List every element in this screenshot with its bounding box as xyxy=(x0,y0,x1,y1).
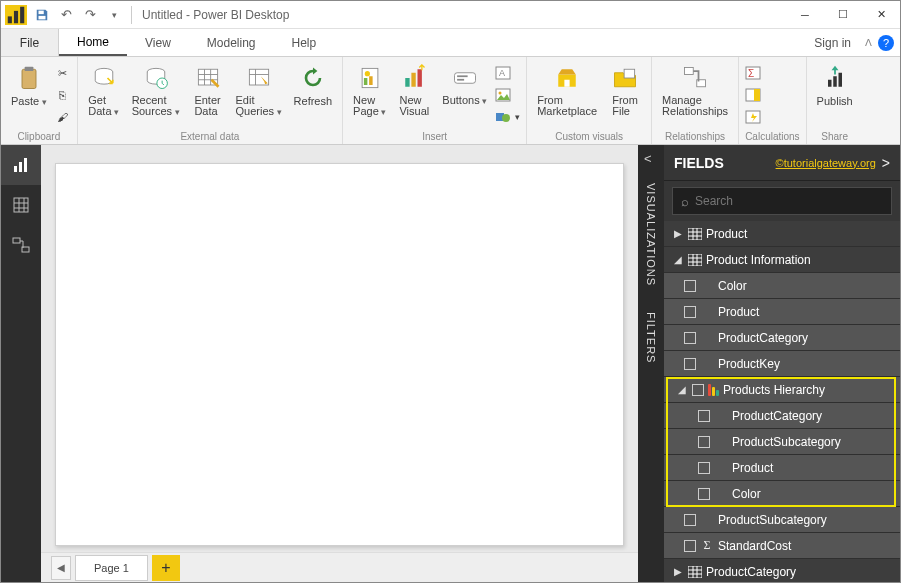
maximize-button[interactable]: ☐ xyxy=(824,2,862,28)
hfield-productsubcategory[interactable]: ProductSubcategory xyxy=(664,429,900,455)
hierarchy-products[interactable]: ◢ Products Hierarchy xyxy=(664,377,900,403)
new-page-button[interactable]: New Page xyxy=(349,61,390,120)
svg-rect-56 xyxy=(688,228,702,240)
manage-relationships-button[interactable]: Manage Relationships xyxy=(658,61,732,119)
tab-home[interactable]: Home xyxy=(59,29,127,56)
new-visual-icon xyxy=(399,63,429,93)
from-marketplace-button[interactable]: From Marketplace xyxy=(533,61,601,119)
tab-modeling[interactable]: Modeling xyxy=(189,29,274,56)
recent-sources-button[interactable]: Recent Sources xyxy=(128,61,184,120)
edit-queries-button[interactable]: Edit Queries xyxy=(232,61,286,120)
refresh-button[interactable]: Refresh xyxy=(290,61,337,109)
checkbox[interactable] xyxy=(698,436,710,448)
field-product[interactable]: Product xyxy=(664,299,900,325)
undo-icon[interactable]: ↶ xyxy=(55,4,77,26)
fields-search[interactable]: ⌕ xyxy=(672,187,892,215)
field-color[interactable]: Color xyxy=(664,273,900,299)
expand-icon[interactable]: ▶ xyxy=(672,228,684,239)
search-icon: ⌕ xyxy=(681,194,689,209)
close-button[interactable]: ✕ xyxy=(862,2,900,28)
search-input[interactable] xyxy=(695,194,883,208)
refresh-icon xyxy=(298,63,328,93)
ribbon-group-insert: New Page New Visual Buttons A ▾ Insert xyxy=(343,57,527,144)
checkbox[interactable] xyxy=(692,384,704,396)
format-painter-button[interactable]: 🖌 xyxy=(55,107,71,127)
file-menu[interactable]: File xyxy=(1,29,59,56)
svg-rect-44 xyxy=(833,76,837,87)
tab-help[interactable]: Help xyxy=(274,29,335,56)
new-column-button[interactable] xyxy=(745,85,793,105)
data-view-button[interactable] xyxy=(1,185,41,225)
hfield-color[interactable]: Color xyxy=(664,481,900,507)
svg-rect-3 xyxy=(39,10,44,14)
collapse-ribbon-icon[interactable]: ᐱ xyxy=(865,37,872,48)
collapse-icon[interactable]: ◢ xyxy=(672,254,684,265)
checkbox[interactable] xyxy=(698,410,710,422)
table-product-information[interactable]: ◢ Product Information xyxy=(664,247,900,273)
checkbox[interactable] xyxy=(684,280,696,292)
page-tab-1[interactable]: Page 1 xyxy=(75,555,148,581)
get-data-icon xyxy=(89,63,119,93)
tab-view[interactable]: View xyxy=(127,29,189,56)
hfield-productcategory[interactable]: ProductCategory xyxy=(664,403,900,429)
table-productcategory[interactable]: ▶ ProductCategory xyxy=(664,559,900,582)
new-visual-button[interactable]: New Visual xyxy=(394,61,434,119)
add-page-button[interactable]: + xyxy=(152,555,180,581)
help-icon[interactable]: ? xyxy=(878,35,894,51)
table-product[interactable]: ▶ Product xyxy=(664,221,900,247)
shapes-button[interactable]: ▾ xyxy=(495,107,520,127)
report-canvas[interactable] xyxy=(55,163,624,546)
svg-rect-27 xyxy=(457,79,464,81)
from-file-button[interactable]: From File xyxy=(605,61,645,119)
visualizations-panel-label[interactable]: VISUALIZATIONS xyxy=(645,183,657,286)
filters-panel-label[interactable]: FILTERS xyxy=(645,312,657,363)
relationships-icon xyxy=(680,63,710,93)
quick-access-toolbar: ↶ ↷ ▾ xyxy=(31,4,125,26)
field-standardcost[interactable]: ΣStandardCost xyxy=(664,533,900,559)
model-view-button[interactable] xyxy=(1,225,41,265)
field-productcategory[interactable]: ProductCategory xyxy=(664,325,900,351)
page-tabs-bar: ◀ Page 1 + xyxy=(41,552,638,582)
field-productsubcategory[interactable]: ProductSubcategory xyxy=(664,507,900,533)
expand-icon[interactable]: ▶ xyxy=(672,566,684,577)
new-measure-button[interactable]: Σ xyxy=(745,63,793,83)
quick-measure-icon xyxy=(745,109,761,125)
report-view-button[interactable] xyxy=(1,145,41,185)
sign-in-link[interactable]: Sign in xyxy=(806,36,859,50)
publish-button[interactable]: Publish xyxy=(813,61,857,109)
checkbox[interactable] xyxy=(684,540,696,552)
collapse-fields-icon[interactable]: > xyxy=(882,155,890,171)
enter-data-icon xyxy=(193,63,223,93)
clipboard-icon xyxy=(14,63,44,93)
collapse-icon[interactable]: ◢ xyxy=(676,384,688,395)
expand-panels-icon[interactable]: < xyxy=(644,151,652,166)
checkbox[interactable] xyxy=(684,306,696,318)
enter-data-button[interactable]: Enter Data xyxy=(188,61,228,119)
checkbox[interactable] xyxy=(698,462,710,474)
hfield-product[interactable]: Product xyxy=(664,455,900,481)
text-box-button[interactable]: A xyxy=(495,63,520,83)
get-data-button[interactable]: Get Data xyxy=(84,61,124,120)
buttons-button[interactable]: Buttons xyxy=(438,61,491,109)
svg-text:Σ: Σ xyxy=(748,68,754,79)
save-icon[interactable] xyxy=(31,4,53,26)
checkbox[interactable] xyxy=(698,488,710,500)
paste-button[interactable]: Paste xyxy=(7,61,51,109)
checkbox[interactable] xyxy=(684,514,696,526)
checkbox[interactable] xyxy=(684,358,696,370)
field-productkey[interactable]: ProductKey xyxy=(664,351,900,377)
new-quick-measure-button[interactable] xyxy=(745,107,793,127)
qat-dropdown-icon[interactable]: ▾ xyxy=(103,4,125,26)
group-label: Share xyxy=(813,129,857,142)
checkbox[interactable] xyxy=(684,332,696,344)
from-file-icon xyxy=(610,63,640,93)
hierarchy-icon xyxy=(708,384,719,396)
copy-button[interactable]: ⎘ xyxy=(55,85,71,105)
minimize-button[interactable]: ─ xyxy=(786,2,824,28)
ribbon-group-calculations: Σ Calculations xyxy=(739,57,806,144)
page-nav-collapse[interactable]: ◀ xyxy=(51,556,71,580)
svg-rect-5 xyxy=(22,69,36,88)
image-button[interactable] xyxy=(495,85,520,105)
redo-icon[interactable]: ↷ xyxy=(79,4,101,26)
cut-button[interactable]: ✂ xyxy=(55,63,71,83)
